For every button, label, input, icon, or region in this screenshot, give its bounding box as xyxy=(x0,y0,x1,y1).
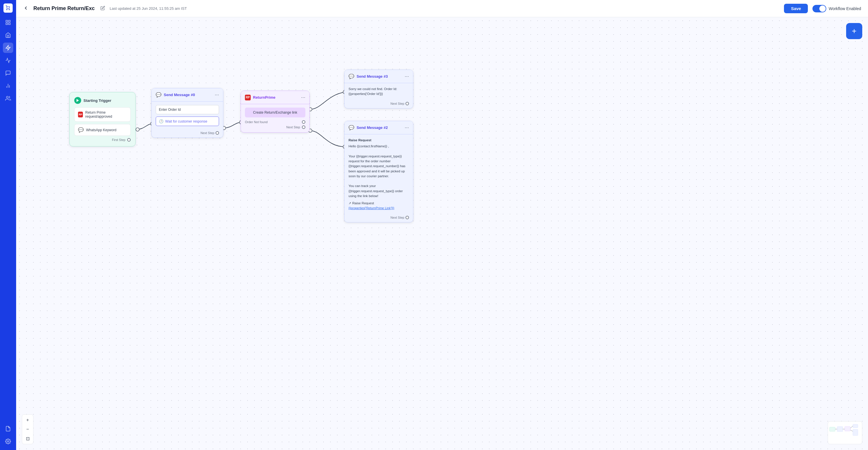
send-message-0-title: Send Message #0 xyxy=(164,93,195,97)
send-msg-0-whatsapp-icon: 💬 xyxy=(156,92,161,98)
order-id-input[interactable]: Enter Order Id xyxy=(156,105,219,114)
order-not-found-label: Order Not found xyxy=(245,120,268,124)
workflow-toggle-container: Workflow Enabled xyxy=(812,5,861,12)
svg-marker-18 xyxy=(76,99,79,102)
wait-text: Wait for customer response xyxy=(165,120,207,123)
send-message-0-footer-right: Next Step xyxy=(200,131,219,135)
svg-rect-19 xyxy=(830,427,835,431)
svg-rect-22 xyxy=(853,424,858,428)
workflow-canvas: Starting Trigger RP Return Prime request… xyxy=(16,17,868,450)
toggle-knob xyxy=(819,5,826,12)
send-message-0-more-button[interactable]: ··· xyxy=(215,92,219,98)
zoom-out-button[interactable]: − xyxy=(23,425,32,433)
add-node-button[interactable]: + xyxy=(846,23,862,39)
trigger-item-whatsapp-text: WhatsApp Keyword xyxy=(86,128,116,132)
connections-svg xyxy=(16,17,868,450)
send-message-3-footer-right: Next Step xyxy=(391,102,409,105)
whatsapp-icon: 💬 xyxy=(78,127,84,133)
trigger-footer-label: First Step xyxy=(112,138,125,141)
raise-link-container: ↗ Raise Request xyxy=(348,201,409,206)
edit-icon[interactable] xyxy=(100,6,105,11)
svg-line-27 xyxy=(850,430,853,431)
create-link-button[interactable]: Create Return/Exchange link xyxy=(245,107,305,118)
sidebar-item-inbox[interactable] xyxy=(3,68,13,78)
svg-rect-0 xyxy=(6,21,8,22)
svg-rect-20 xyxy=(837,427,843,432)
trigger-output-dot xyxy=(127,138,131,141)
sidebar xyxy=(0,0,16,450)
send-message-2-node[interactable]: 💬 Send Message #2 ··· Raise Request Hell… xyxy=(344,121,413,222)
svg-marker-4 xyxy=(6,45,10,50)
send-message-3-text: Sorry we could not find. Order Id: {{pro… xyxy=(348,87,397,96)
zoom-in-button[interactable]: + xyxy=(23,416,32,424)
send-message-3-more-button[interactable]: ··· xyxy=(405,73,409,79)
svg-rect-23 xyxy=(853,429,858,435)
sidebar-item-reports[interactable] xyxy=(3,423,13,434)
svg-rect-3 xyxy=(9,23,10,25)
zoom-fit-button[interactable]: ⊡ xyxy=(23,434,32,443)
workflow-toggle[interactable] xyxy=(812,5,826,12)
send-message-2-line2: Your {{trigger.request.request_type}} re… xyxy=(348,154,409,179)
send-message-2-output-dot xyxy=(405,216,409,219)
logo xyxy=(3,3,13,13)
header: Return Prime Return/Exc Last updated at … xyxy=(16,0,868,17)
send-message-3-output-dot xyxy=(405,102,409,105)
returnprime-next-row: Next Step xyxy=(245,125,305,129)
save-button[interactable]: Save xyxy=(784,4,808,13)
order-not-found-dot xyxy=(302,120,305,124)
returnprime-icon: RP xyxy=(78,111,83,118)
send-message-3-title-row: 💬 Send Message #3 xyxy=(348,74,388,79)
returnprime-title-row: RP ReturnPrime xyxy=(245,95,275,100)
returnprime-node[interactable]: RP ReturnPrime ··· Create Return/Exchang… xyxy=(241,91,310,133)
trigger-item-whatsapp[interactable]: 💬 WhatsApp Keyword xyxy=(74,124,131,136)
sidebar-item-dashboard[interactable] xyxy=(3,17,13,28)
page-title: Return Prime Return/Exc xyxy=(33,5,95,11)
send-message-0-body: Enter Order Id 🕐 Wait for customer respo… xyxy=(152,102,223,129)
send-message-0-title-row: 💬 Send Message #0 xyxy=(156,92,195,98)
send-message-3-header: 💬 Send Message #3 ··· xyxy=(344,70,413,83)
send-message-2-more-button[interactable]: ··· xyxy=(405,125,409,131)
sidebar-item-analytics[interactable] xyxy=(3,81,13,91)
wait-clock-icon: 🕐 xyxy=(159,119,163,123)
svg-point-9 xyxy=(7,441,9,442)
send-msg-3-whatsapp-icon: 💬 xyxy=(348,74,354,79)
send-message-3-node[interactable]: 💬 Send Message #3 ··· Sorry we could not… xyxy=(344,70,413,108)
send-message-2-header: 💬 Send Message #2 ··· xyxy=(344,121,413,134)
send-message-0-next-label: Next Step xyxy=(200,131,214,135)
send-message-2-line3: You can track your {{trigger.request.req… xyxy=(348,184,409,198)
returnprime-header-icon: RP xyxy=(245,95,251,100)
send-message-0-header: 💬 Send Message #0 ··· xyxy=(152,88,223,102)
send-message-2-footer: Next Step xyxy=(344,214,413,222)
raise-link-url[interactable]: {{properties['ReturnPrime Link']}} xyxy=(348,206,409,211)
back-button[interactable] xyxy=(23,5,29,12)
send-message-2-title-row: 💬 Send Message #2 xyxy=(348,125,388,130)
send-msg-2-whatsapp-icon: 💬 xyxy=(348,125,354,130)
mini-preview-svg xyxy=(828,421,862,444)
send-message-0-node[interactable]: 💬 Send Message #0 ··· Enter Order Id 🕐 W… xyxy=(151,88,223,138)
node-trigger-header: Starting Trigger xyxy=(74,97,131,104)
sidebar-item-campaigns[interactable] xyxy=(3,55,13,66)
send-message-2-line1: Hello {{contact.firstName}} , xyxy=(348,144,409,149)
returnprime-more-button[interactable]: ··· xyxy=(301,94,305,100)
svg-line-26 xyxy=(850,426,853,428)
starting-trigger-node[interactable]: Starting Trigger RP Return Prime request… xyxy=(69,92,135,147)
trigger-item-returnprime[interactable]: RP Return Prime request/approved xyxy=(74,107,131,122)
sidebar-item-settings[interactable] xyxy=(3,436,13,447)
sidebar-item-home[interactable] xyxy=(3,30,13,40)
last-updated: Last updated at 25 Jun 2024, 11:55:25 am… xyxy=(110,6,187,11)
sidebar-item-contacts[interactable] xyxy=(3,93,13,104)
returnprime-body: Create Return/Exchange link Order Not fo… xyxy=(241,104,309,132)
workflow-status-label: Workflow Enabled xyxy=(829,6,861,11)
order-not-found-row: Order Not found xyxy=(245,120,305,124)
returnprime-next-dot xyxy=(302,125,305,129)
sidebar-item-automation[interactable] xyxy=(3,42,13,53)
send-message-3-footer: Next Step xyxy=(344,100,413,108)
returnprime-title: ReturnPrime xyxy=(253,95,275,100)
send-message-2-next-label: Next Step xyxy=(391,216,404,219)
svg-point-8 xyxy=(6,96,8,98)
trigger-play-icon xyxy=(74,97,81,104)
sidebar-bottom xyxy=(3,423,13,447)
raise-request-title: Raise Request xyxy=(348,138,409,143)
raise-link-title: Raise Request xyxy=(352,201,374,206)
svg-rect-1 xyxy=(9,21,10,22)
